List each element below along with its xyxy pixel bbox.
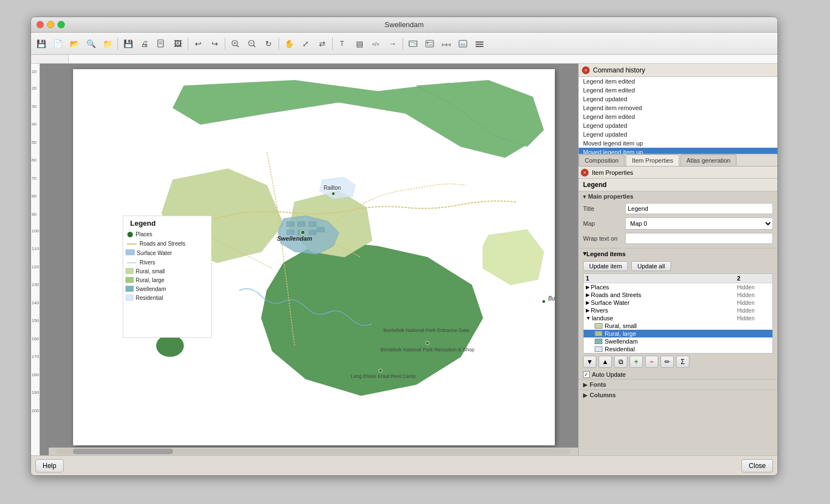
legend-row-roads[interactable]: ▶ Roads and Streets Hidden xyxy=(584,291,772,299)
svg-text:Buffel: Buffel xyxy=(548,295,555,302)
canvas-area[interactable]: Swellendam xyxy=(40,64,578,455)
update-buttons-row: Update item Update all xyxy=(579,259,777,273)
cmd-item-0[interactable]: Legend item edited xyxy=(579,77,777,86)
legend-row-rural-small[interactable]: Rural, small xyxy=(584,322,772,330)
fonts-header[interactable]: ▶ Fonts xyxy=(579,380,777,389)
svg-point-45 xyxy=(542,300,545,303)
help-button[interactable]: Help xyxy=(35,459,64,472)
edit-item-icon-btn[interactable]: ✏ xyxy=(661,356,674,368)
move-down-icon-btn[interactable]: ▼ xyxy=(583,356,596,368)
cmd-item-1[interactable]: Legend item edited xyxy=(579,86,777,95)
tab-atlas-generation[interactable]: Atlas generation xyxy=(681,154,737,166)
close-button[interactable]: Close xyxy=(741,459,773,472)
properties-button[interactable] xyxy=(472,36,487,51)
command-history-close-button[interactable]: × xyxy=(582,66,590,74)
svg-rect-70 xyxy=(126,295,133,300)
svg-rect-13 xyxy=(426,40,434,47)
roads-label: Roads and Streets xyxy=(591,292,737,298)
cmd-item-8[interactable]: Moved legend item up xyxy=(579,148,777,154)
redo-button[interactable]: ↪ xyxy=(207,36,223,51)
legend-tree: 1 2 ▶ Places Hidden ▶ xyxy=(583,273,773,354)
map-select[interactable]: Map 0 xyxy=(625,217,773,230)
roads-visibility: Hidden xyxy=(737,292,770,298)
svg-text:Roads and Streets: Roads and Streets xyxy=(140,241,185,247)
tab-composition[interactable]: Composition xyxy=(579,154,625,166)
svg-rect-40 xyxy=(317,227,325,232)
command-history-header: × Command history xyxy=(579,64,777,77)
cmd-item-3[interactable]: Legend item removed xyxy=(579,103,777,112)
export-image-button[interactable]: 🖼 xyxy=(170,36,185,51)
surface-water-visibility: Hidden xyxy=(737,300,770,306)
h-scroll-thumb[interactable] xyxy=(73,449,173,454)
legend-toolbar: ▼ ▲ ⧉ + − ✏ Σ xyxy=(579,354,777,370)
svg-rect-12 xyxy=(409,41,417,46)
legend-row-rural-large[interactable]: Rural, large xyxy=(584,330,772,337)
legend-items-header[interactable]: ▾ Legend items xyxy=(579,248,777,259)
command-history-list[interactable]: Legend item edited Legend item edited Le… xyxy=(579,77,777,154)
print-button[interactable]: 🖨 xyxy=(137,36,152,51)
cmd-item-4[interactable]: Legend item edited xyxy=(579,112,777,121)
pan-button[interactable]: ✋ xyxy=(281,36,297,51)
svg-rect-25 xyxy=(476,46,483,47)
minimize-window-button[interactable] xyxy=(47,21,54,28)
svg-rect-16 xyxy=(427,44,429,46)
zoom-out-button[interactable] xyxy=(244,36,260,51)
legend-row-residential[interactable]: Residential xyxy=(584,345,772,353)
svg-rect-23 xyxy=(476,41,483,43)
open-folder-button[interactable]: 📁 xyxy=(100,36,115,51)
add-scalebar-button[interactable] xyxy=(439,36,454,51)
add-text-button[interactable]: T xyxy=(335,36,350,51)
auto-update-checkbox[interactable] xyxy=(583,371,590,378)
title-input[interactable] xyxy=(625,203,773,214)
add-legend-button[interactable] xyxy=(422,36,437,51)
sigma-icon-btn[interactable]: Σ xyxy=(676,356,689,368)
zoom-preview-button[interactable]: 🔍 xyxy=(83,36,99,51)
maximize-window-button[interactable] xyxy=(58,21,65,28)
remove-item-icon-btn[interactable]: − xyxy=(645,356,658,368)
columns-header[interactable]: ▶ Columns xyxy=(579,390,777,400)
svg-text:Rural, large: Rural, large xyxy=(136,277,164,283)
add-arrow-button[interactable]: → xyxy=(385,36,400,51)
zoom-extent-button[interactable]: ⤢ xyxy=(298,36,313,51)
undo-button[interactable]: ↩ xyxy=(190,36,206,51)
landuse-visibility: Hidden xyxy=(737,315,770,321)
save-as-button[interactable]: 💾 xyxy=(120,36,136,51)
swellendam-swatch xyxy=(595,339,602,344)
svg-rect-24 xyxy=(476,44,483,45)
save-button[interactable]: 💾 xyxy=(33,36,49,51)
update-item-button[interactable]: Update item xyxy=(583,261,628,271)
export-pdf-button[interactable] xyxy=(153,36,169,51)
add-map-button[interactable] xyxy=(405,36,421,51)
add-table-button[interactable]: ▤ xyxy=(352,36,367,51)
wrap-input[interactable] xyxy=(625,233,773,244)
close-window-button[interactable] xyxy=(37,21,44,28)
cmd-item-5[interactable]: Legend updated xyxy=(579,121,777,130)
update-all-button[interactable]: Update all xyxy=(631,261,671,271)
surface-water-expand-icon: ▶ xyxy=(586,300,590,305)
swellendam-label: Swellendam xyxy=(605,338,770,345)
add-html-button[interactable]: </> xyxy=(368,36,384,51)
zoom-in-button[interactable] xyxy=(228,36,243,51)
tab-item-properties[interactable]: Item Properties xyxy=(626,154,679,166)
open-button[interactable]: 📂 xyxy=(66,36,82,51)
cmd-item-2[interactable]: Legend updated xyxy=(579,95,777,103)
legend-row-landuse[interactable]: ▼ landuse Hidden xyxy=(584,314,772,322)
properties-close-button[interactable]: × xyxy=(581,169,589,176)
legend-row-swellendam[interactable]: Swellendam xyxy=(584,337,772,345)
cmd-item-6[interactable]: Legend updated xyxy=(579,130,777,139)
refresh-button[interactable]: ↻ xyxy=(261,36,276,51)
legend-row-places[interactable]: ▶ Places Hidden xyxy=(584,283,772,291)
new-button[interactable]: 📄 xyxy=(50,36,65,51)
move-item-button[interactable]: ⇄ xyxy=(315,36,330,51)
duplicate-icon-btn[interactable]: ⧉ xyxy=(614,356,627,368)
cmd-item-7[interactable]: Moved legend item up xyxy=(579,139,777,148)
main-properties-header[interactable]: ▾ Main properties xyxy=(579,191,777,201)
svg-rect-34 xyxy=(286,221,295,227)
add-image-button[interactable] xyxy=(455,36,471,51)
move-up-icon-btn[interactable]: ▲ xyxy=(599,356,612,368)
legend-row-surface-water[interactable]: ▶ Surface Water Hidden xyxy=(584,299,772,306)
add-item-icon-btn[interactable]: + xyxy=(630,356,643,368)
legend-row-rivers[interactable]: ▶ Rivers Hidden xyxy=(584,306,772,314)
toolbar: 💾 📄 📂 🔍 📁 💾 🖨 🖼 ↩ ↪ ↻ ✋ ⤢ ⇄ T ▤ < xyxy=(31,33,777,55)
horizontal-scrollbar[interactable] xyxy=(49,448,578,455)
